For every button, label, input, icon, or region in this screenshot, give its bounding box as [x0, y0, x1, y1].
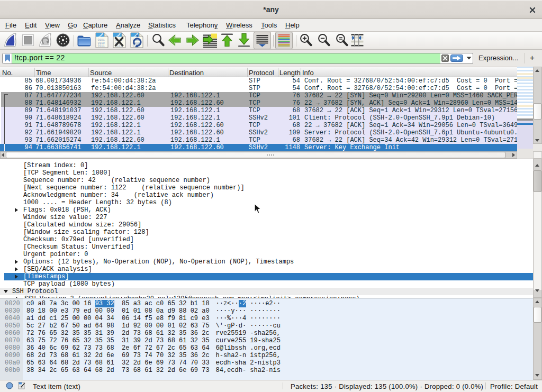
svg-text:0111: 0111: [98, 44, 105, 48]
